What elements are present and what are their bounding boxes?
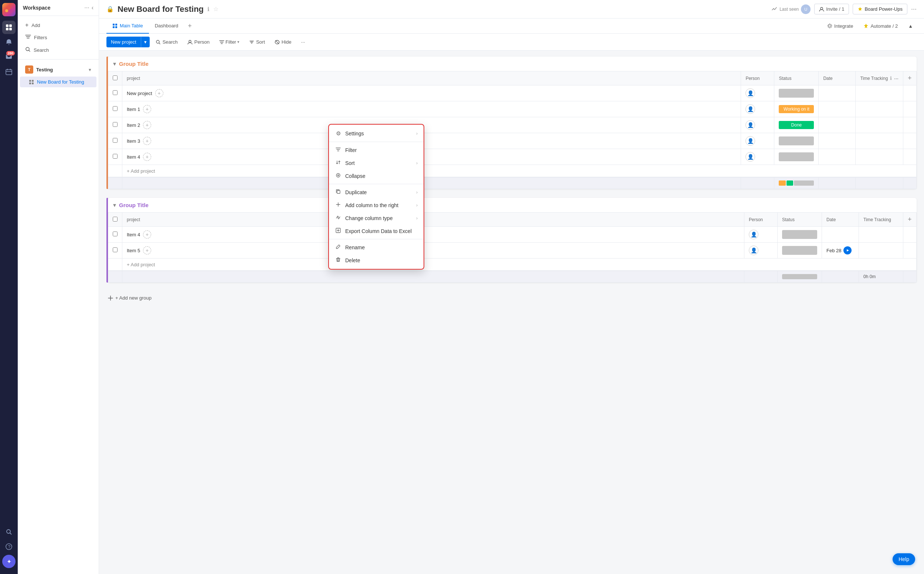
add-project-row[interactable]: + Add project <box>108 165 917 178</box>
time-tracking-info-icon[interactable]: ℹ <box>890 76 892 81</box>
help-button[interactable]: Help <box>893 553 915 565</box>
row-checkbox[interactable] <box>113 232 118 237</box>
row-checkbox[interactable] <box>113 248 118 252</box>
tab-dashboard[interactable]: Dashboard <box>149 19 184 34</box>
sidebar-add-btn[interactable]: + Add <box>20 19 96 31</box>
more-options-button[interactable]: ··· <box>297 37 309 47</box>
col-date-header[interactable]: Date <box>819 71 856 85</box>
filter-button[interactable]: Filter ▾ <box>215 37 243 47</box>
info-icon[interactable]: ℹ <box>207 6 209 13</box>
star-icon[interactable]: ☆ <box>213 6 218 13</box>
menu-item-change-column-type[interactable]: Change column type › <box>329 211 424 224</box>
topbar-more-icon[interactable]: ··· <box>911 5 917 13</box>
sidebar-filters-btn[interactable]: Filters <box>20 32 96 44</box>
row-status-cell[interactable]: Working on it <box>774 101 819 117</box>
row-status-cell[interactable] <box>778 243 822 259</box>
col-add-header[interactable]: + <box>903 71 917 85</box>
group2-collapse-arrow[interactable]: ▾ <box>113 202 116 208</box>
sidebar-search-btn[interactable]: Search <box>20 44 96 56</box>
calendar-icon[interactable] <box>2 65 16 79</box>
row-date-cell[interactable] <box>819 133 856 149</box>
invite-button[interactable]: Invite / 1 <box>814 4 849 14</box>
add-project-label[interactable]: + Add project <box>123 165 917 178</box>
menu-item-add-column-right[interactable]: Add column to the right › <box>329 199 424 211</box>
row-checkbox[interactable] <box>113 106 118 111</box>
tab-main-table[interactable]: Main Table <box>107 19 149 34</box>
row-person-cell[interactable]: 👤 <box>741 101 774 117</box>
col-person-header[interactable]: Person <box>741 71 774 85</box>
menu-item-rename[interactable]: Rename <box>329 241 424 254</box>
col-date-header2[interactable]: Date <box>822 213 859 227</box>
bell-icon[interactable] <box>2 36 16 49</box>
select-all-checkbox2[interactable] <box>113 217 118 222</box>
row-status-cell[interactable]: Done <box>774 117 819 133</box>
row-person-cell[interactable]: 👤 <box>744 243 778 259</box>
add-person-icon[interactable]: + <box>143 121 151 129</box>
play-icon[interactable] <box>844 246 852 254</box>
menu-item-export-excel[interactable]: Export Column Data to Excel <box>329 224 424 237</box>
tab-add-button[interactable]: + <box>184 19 195 33</box>
sort-button[interactable]: Sort <box>245 37 269 47</box>
row-time-cell[interactable] <box>856 149 903 165</box>
add-column-icon[interactable]: + <box>908 74 912 82</box>
board-item-new-board[interactable]: New Board for Testing <box>20 77 96 87</box>
hide-button[interactable]: Hide <box>271 37 295 47</box>
row-time-cell[interactable] <box>856 133 903 149</box>
new-project-arrow[interactable]: ▾ <box>141 36 150 47</box>
add-person-icon[interactable]: + <box>143 246 151 254</box>
row-checkbox[interactable] <box>113 122 118 127</box>
row-person-cell[interactable]: 👤 <box>741 85 774 101</box>
row-time-cell[interactable] <box>856 101 903 117</box>
row-checkbox[interactable] <box>113 138 118 143</box>
row-status-cell[interactable] <box>774 149 819 165</box>
col-time-header[interactable]: Time Tracking ℹ ··· <box>856 71 903 85</box>
add-person-icon[interactable]: + <box>143 137 151 145</box>
new-project-button[interactable]: New project ▾ <box>107 36 150 47</box>
sidebar-more-icon[interactable]: ··· <box>84 5 89 11</box>
row-person-cell[interactable]: 👤 <box>741 149 774 165</box>
add-column-icon2[interactable]: + <box>908 216 912 223</box>
col-time-header2[interactable]: Time Tracking <box>859 213 903 227</box>
menu-item-duplicate[interactable]: Duplicate › <box>329 186 424 199</box>
pulse-icon[interactable]: ✦ <box>2 555 16 568</box>
col-add-header2[interactable]: + <box>903 213 917 227</box>
row-time-cell[interactable] <box>859 243 903 259</box>
add-person-icon[interactable]: + <box>155 89 163 97</box>
time-tracking-more-icon[interactable]: ··· <box>894 76 899 81</box>
sidebar-collapse-icon[interactable]: ‹ <box>92 5 94 11</box>
person-button[interactable]: Person <box>184 37 213 47</box>
add-person-icon[interactable]: + <box>143 153 151 161</box>
row-checkbox[interactable] <box>113 90 118 95</box>
add-person-icon[interactable]: + <box>143 105 151 113</box>
add-person-icon[interactable]: + <box>143 230 151 238</box>
inbox-icon[interactable]: 280 <box>2 50 16 64</box>
row-status-cell[interactable] <box>774 85 819 101</box>
app-logo[interactable] <box>2 3 16 16</box>
search-button[interactable]: Search <box>152 37 181 47</box>
row-checkbox[interactable] <box>113 154 118 159</box>
menu-item-settings[interactable]: ⚙ Settings › <box>329 127 424 140</box>
row-status-cell[interactable] <box>778 227 822 243</box>
col-project-header2[interactable]: project <box>123 213 744 227</box>
row-date-cell[interactable] <box>819 117 856 133</box>
testing-workspace-item[interactable]: T Testing ▾ <box>20 63 96 76</box>
menu-item-filter[interactable]: Filter <box>329 144 424 156</box>
select-all-checkbox[interactable] <box>113 76 118 80</box>
collapse-button[interactable]: ▲ <box>904 22 917 31</box>
row-time-cell[interactable] <box>856 117 903 133</box>
menu-item-sort[interactable]: Sort › <box>329 156 424 169</box>
global-search-icon[interactable] <box>2 525 16 538</box>
add-group-row[interactable]: + Add new group <box>107 292 917 304</box>
row-person-cell[interactable]: 👤 <box>741 133 774 149</box>
help-icon[interactable]: ? <box>2 540 16 553</box>
col-project-header[interactable]: project <box>123 71 741 85</box>
col-status-header[interactable]: Status <box>774 71 819 85</box>
row-status-cell[interactable] <box>774 133 819 149</box>
row-date-cell[interactable] <box>822 227 859 243</box>
group1-collapse-arrow[interactable]: ▾ <box>113 60 116 67</box>
row-date-cell[interactable] <box>819 101 856 117</box>
apps-icon[interactable] <box>2 21 16 34</box>
row-date-cell[interactable] <box>819 149 856 165</box>
add-project-label2[interactable]: + Add project <box>123 259 917 271</box>
col-person-header2[interactable]: Person <box>744 213 778 227</box>
